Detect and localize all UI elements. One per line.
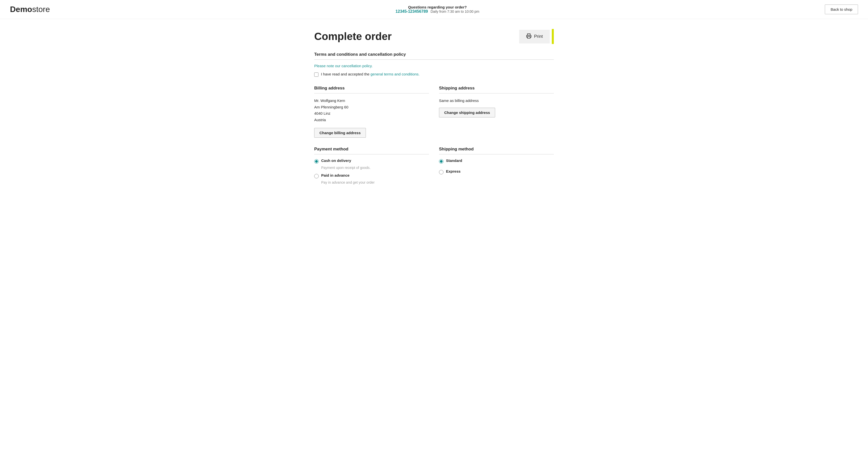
payment-method-title: Payment method xyxy=(314,147,429,154)
billing-city: 4040 Linz xyxy=(314,110,429,117)
payment-cod-label[interactable]: Cash on delivery xyxy=(321,159,351,163)
shipping-radio-standard[interactable] xyxy=(439,159,443,164)
billing-name: Mr. Wolfgang Kern xyxy=(314,97,429,104)
page-title-row: Complete order Print xyxy=(314,29,554,44)
list-item: Paid in advance Pay in advance and get y… xyxy=(314,173,429,184)
terms-section-title: Terms and conditions and cancellation po… xyxy=(314,52,554,60)
shipping-method-title: Shipping method xyxy=(439,147,554,154)
contact-question: Questions regarding your order? xyxy=(396,5,479,9)
logo: Demostore xyxy=(10,5,50,14)
back-to-shop-button[interactable]: Back to shop xyxy=(825,4,858,14)
shipping-standard-label[interactable]: Standard xyxy=(446,159,462,163)
logo-bold: Demo xyxy=(10,5,32,14)
shipping-address-block: Shipping address Same as billing address… xyxy=(439,86,554,138)
terms-accept-checkbox[interactable] xyxy=(314,73,318,77)
shipping-same-as-billing: Same as billing address xyxy=(439,97,554,103)
payment-advance-label[interactable]: Paid in advance xyxy=(321,173,349,177)
payment-radio-advance[interactable] xyxy=(314,174,319,178)
logo-light: store xyxy=(32,5,50,14)
print-label: Print xyxy=(534,34,543,39)
payment-options: Cash on delivery Payment upon receipt of… xyxy=(314,159,429,184)
payment-option-advance: Paid in advance xyxy=(314,173,429,178)
shipping-express-label[interactable]: Express xyxy=(446,169,461,173)
address-row: Billing address Mr. Wolfgang Kern Am Pfe… xyxy=(314,86,554,138)
header-contact: Questions regarding your order? 12345-12… xyxy=(396,5,479,14)
contact-phone[interactable]: 12345-123456789 xyxy=(396,9,428,13)
cancellation-policy-link[interactable]: Please note our cancellation policy. xyxy=(314,64,554,68)
billing-address-title: Billing address xyxy=(314,86,429,93)
payment-cod-desc: Payment upon receipt of goods. xyxy=(321,166,429,170)
print-area: Print xyxy=(519,29,554,44)
general-terms-link[interactable]: general terms and conditions. xyxy=(370,72,420,76)
list-item: Cash on delivery Payment upon receipt of… xyxy=(314,159,429,170)
list-item: Express xyxy=(439,169,554,176)
payment-radio-cod[interactable] xyxy=(314,159,319,164)
billing-country: Austria xyxy=(314,117,429,123)
shipping-address-title: Shipping address xyxy=(439,86,554,93)
billing-address-block: Billing address Mr. Wolfgang Kern Am Pfe… xyxy=(314,86,429,138)
terms-checkbox-row: I have read and accepted the general ter… xyxy=(314,72,554,77)
shipping-options: Standard Express xyxy=(439,159,554,176)
page-title: Complete order xyxy=(314,30,392,42)
contact-hours: Daily from 7:30 am to 10:00 pm xyxy=(431,9,479,13)
billing-address-details: Mr. Wolfgang Kern Am Pfenningberg 60 404… xyxy=(314,97,429,123)
main-content: Complete order Print Terms and condition… xyxy=(309,19,559,214)
terms-checkbox-label: I have read and accepted the general ter… xyxy=(321,72,420,76)
shipping-method-section: Shipping method Standard Express xyxy=(439,147,554,184)
print-button[interactable]: Print xyxy=(519,30,550,44)
payment-method-section: Payment method Cash on delivery Payment … xyxy=(314,147,429,184)
change-shipping-address-button[interactable]: Change shipping address xyxy=(439,108,495,117)
header: Demostore Questions regarding your order… xyxy=(0,0,868,19)
shipping-option-standard: Standard xyxy=(439,159,554,164)
change-billing-address-button[interactable]: Change billing address xyxy=(314,128,366,138)
method-row: Payment method Cash on delivery Payment … xyxy=(314,147,554,190)
list-item: Standard xyxy=(439,159,554,166)
payment-advance-desc: Pay in advance and get your order xyxy=(321,180,429,184)
printer-icon xyxy=(526,33,532,40)
shipping-radio-express[interactable] xyxy=(439,170,443,174)
terms-section: Terms and conditions and cancellation po… xyxy=(314,52,554,77)
svg-rect-0 xyxy=(528,36,530,38)
shipping-option-express: Express xyxy=(439,169,554,174)
payment-option-cod: Cash on delivery xyxy=(314,159,429,164)
billing-street: Am Pfenningberg 60 xyxy=(314,104,429,110)
yellow-accent-bar xyxy=(552,29,554,44)
